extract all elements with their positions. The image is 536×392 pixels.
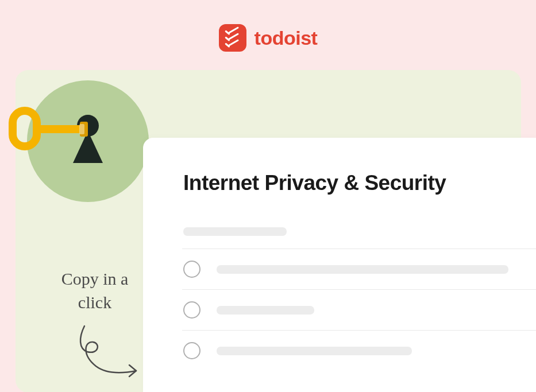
checkbox-icon[interactable] [183,342,200,359]
template-preview: Internet Privacy & Security [143,138,536,392]
todoist-logo-icon [219,24,246,52]
hero-illustration [27,80,149,202]
brand-name: todoist [254,27,318,49]
template-card: Copy in a click Internet Privacy & Secur… [16,70,521,392]
checkbox-icon[interactable] [183,301,200,319]
keyhole-icon [73,115,103,163]
header: todoist [0,0,536,52]
task-row-placeholder [183,249,536,289]
arrow-icon [67,320,148,383]
task-text-placeholder [217,347,412,355]
template-title: Internet Privacy & Security [143,138,536,195]
task-row-placeholder [183,290,536,330]
task-list-placeholder [143,195,536,371]
brand-logo[interactable]: todoist [219,24,318,52]
task-text-placeholder [217,265,508,274]
section-placeholder [183,227,287,236]
task-text-placeholder [217,306,314,315]
checkbox-icon[interactable] [183,261,200,278]
cta-annotation: Copy in a click [43,267,146,314]
task-row-placeholder [183,331,536,371]
